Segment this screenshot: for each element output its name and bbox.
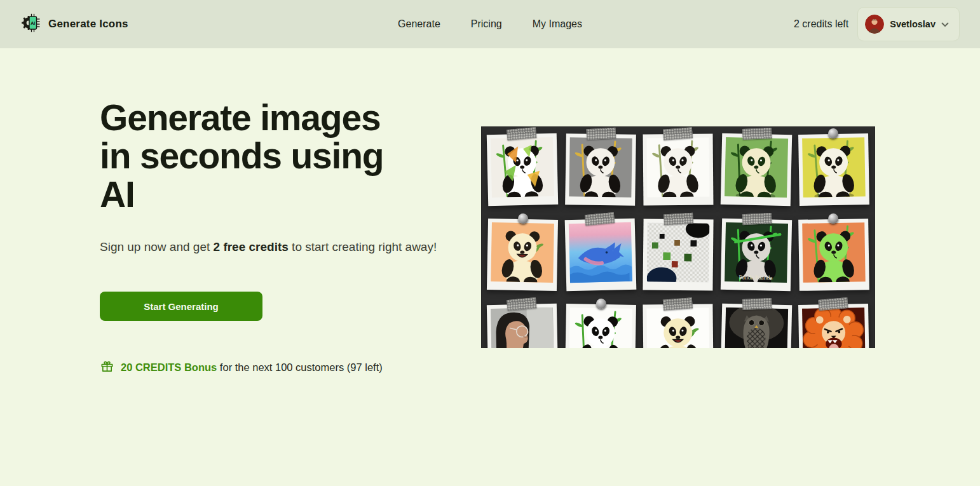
collage-tile bbox=[643, 134, 714, 206]
tape-decoration bbox=[663, 127, 693, 140]
collage-tile bbox=[643, 219, 714, 290]
collage-tile bbox=[643, 304, 714, 348]
hero-section: Generate images in seconds using AI Sign… bbox=[0, 48, 980, 376]
collage-tile: Panda Paanda bbox=[721, 219, 792, 291]
brand[interactable]: AI Generate Icons bbox=[20, 12, 128, 36]
whale-artwork bbox=[568, 222, 632, 283]
panda-artwork bbox=[647, 307, 710, 348]
nav-link-my-images[interactable]: My Images bbox=[533, 18, 582, 30]
pin-decoration bbox=[828, 128, 838, 138]
collage-tile bbox=[798, 304, 869, 348]
header-right-group: 2 credits left Svetloslav bbox=[794, 7, 960, 41]
panda-artwork bbox=[803, 137, 866, 198]
page-title: Generate images in seconds using AI bbox=[100, 98, 414, 213]
collage-tile bbox=[564, 219, 636, 292]
chevron-down-icon bbox=[941, 18, 949, 30]
tape-decoration bbox=[742, 298, 772, 310]
user-name: Svetloslav bbox=[890, 19, 936, 29]
gear-ai-chip-icon: AI bbox=[20, 12, 42, 36]
tape-decoration bbox=[664, 213, 693, 226]
tape-decoration bbox=[742, 128, 772, 140]
top-nav: AI Generate Icons GeneratePricingMy Imag… bbox=[0, 0, 980, 48]
tape-decoration bbox=[742, 213, 772, 225]
nav-link-generate[interactable]: Generate bbox=[398, 18, 440, 30]
collage-tile bbox=[799, 219, 869, 291]
collage-caption: Panda Paanda bbox=[725, 274, 787, 281]
pin-decoration bbox=[518, 213, 528, 224]
collage-tile bbox=[798, 133, 869, 206]
svg-text:AI: AI bbox=[31, 21, 35, 25]
collage-tile bbox=[487, 219, 558, 291]
collage-tile bbox=[487, 304, 558, 348]
owl-artwork bbox=[725, 307, 788, 348]
panda-artwork bbox=[647, 138, 709, 198]
tape-decoration bbox=[586, 128, 616, 140]
start-generating-button[interactable]: Start Generating bbox=[100, 292, 262, 321]
mosaic-artwork bbox=[647, 222, 710, 282]
pin-decoration bbox=[595, 299, 606, 309]
hero-copy: Generate images in seconds using AI Sign… bbox=[100, 48, 481, 376]
free-credits-highlight: 2 free credits bbox=[214, 240, 289, 253]
panda-artwork bbox=[803, 222, 866, 283]
collage-tile bbox=[487, 133, 558, 206]
credits-left-text: 2 credits left bbox=[794, 18, 848, 30]
collage-tile bbox=[565, 133, 636, 206]
panda-artwork bbox=[725, 137, 788, 198]
nav-link-pricing[interactable]: Pricing bbox=[471, 18, 502, 30]
bonus-rest: for the next 100 customers (97 left) bbox=[217, 361, 382, 373]
gift-icon bbox=[100, 359, 114, 376]
panda-artwork: Panda Paanda bbox=[725, 222, 788, 283]
panda-artwork bbox=[569, 307, 632, 348]
bonus-banner: 20 CREDITS Bonus for the next 100 custom… bbox=[100, 359, 481, 376]
panda-artwork bbox=[491, 137, 554, 198]
pin-decoration bbox=[828, 213, 838, 224]
panda-artwork bbox=[491, 222, 554, 283]
lion-artwork bbox=[803, 307, 866, 348]
main-nav: GeneratePricingMy Images bbox=[398, 18, 582, 30]
collage-grid: Panda Paanda bbox=[481, 126, 875, 348]
bonus-highlight: 20 CREDITS Bonus bbox=[121, 361, 217, 373]
panda-artwork bbox=[569, 137, 632, 198]
portrait-artwork bbox=[491, 307, 554, 348]
hero-subtitle: Sign up now and get 2 free credits to st… bbox=[100, 240, 481, 254]
collage-tile bbox=[721, 133, 792, 206]
user-menu-button[interactable]: Svetloslav bbox=[857, 7, 960, 41]
collage-tile bbox=[721, 304, 792, 348]
brand-title: Generate Icons bbox=[48, 18, 128, 30]
user-avatar bbox=[865, 15, 884, 34]
collage-tile bbox=[565, 304, 636, 348]
